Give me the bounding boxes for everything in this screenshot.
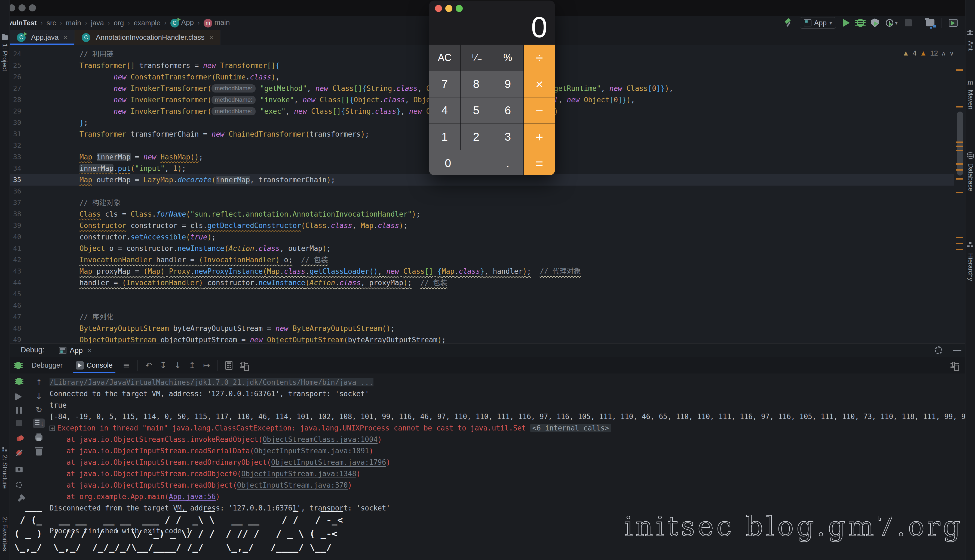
close-icon[interactable]: × [88, 347, 92, 354]
step-out-icon[interactable]: ↥ [188, 360, 195, 370]
resume-icon[interactable] [16, 393, 22, 400]
breadcrumb[interactable]: vulnTest›src›main›java›org›example›CApp›… [8, 16, 230, 30]
warning-stripe-mark[interactable] [956, 163, 963, 165]
calc-button-0[interactable]: 0 [429, 150, 492, 175]
restore-layout-icon[interactable]: ↻ [35, 405, 42, 414]
breadcrumb-item-org[interactable]: org [114, 19, 124, 27]
hierarchy-icon[interactable] [967, 242, 973, 248]
pause-icon[interactable] [16, 407, 22, 413]
calc-button-=[interactable]: = [524, 150, 555, 175]
gear-icon[interactable] [935, 347, 942, 354]
inspections-widget[interactable]: ▲ 4 ▲ 12 ∧ ∨ [902, 49, 954, 57]
calc-zoom-icon[interactable] [456, 5, 463, 12]
show-execution-point-icon[interactable]: ↶ [145, 360, 152, 370]
hide-panel-icon[interactable] [953, 350, 962, 351]
warning-stripe-mark[interactable] [956, 142, 963, 143]
warning-stripe-mark[interactable] [956, 178, 963, 180]
minimize-window-icon[interactable] [18, 4, 26, 12]
sidebar-item-hierarchy[interactable]: Hierarchy [967, 253, 975, 281]
mute-renderers-icon[interactable] [240, 362, 248, 370]
tab-App.java[interactable]: CApp.java× [10, 30, 75, 45]
up-stack-icon[interactable]: ↑ [35, 378, 42, 387]
calc-button-.[interactable]: . [492, 150, 523, 175]
calculator-window[interactable]: 0 AC⁺⁄₋%÷789×456−123+0.= [429, 0, 555, 175]
view-breakpoints-icon[interactable] [17, 437, 22, 442]
sidebar-item-project[interactable]: 1: Project [1, 43, 9, 71]
calc-button-2[interactable]: 2 [460, 124, 492, 150]
error-stripe[interactable] [954, 45, 965, 343]
calc-button-6[interactable]: 6 [492, 97, 523, 123]
terminal-icon[interactable] [949, 19, 958, 27]
tab-debugger[interactable]: Debugger [29, 361, 65, 370]
stop-icon[interactable] [16, 420, 22, 426]
calc-button-3[interactable]: 3 [492, 124, 523, 150]
close-icon[interactable]: × [209, 34, 213, 42]
warning-stripe-mark[interactable] [956, 146, 963, 147]
breadcrumb-item-App[interactable]: CApp [170, 18, 194, 27]
profiler-icon[interactable] [886, 19, 893, 27]
stack-trace-link[interactable]: ObjectInputStream.java:370 [237, 481, 348, 489]
step-into-icon[interactable]: ↓ [174, 360, 181, 370]
thread-dump-icon[interactable] [15, 467, 23, 472]
warning-stripe-mark[interactable] [956, 237, 963, 238]
breadcrumb-item-main[interactable]: mmain [203, 18, 230, 27]
warning-stripe-mark[interactable] [956, 69, 963, 71]
debug-session-tab[interactable]: App × [59, 345, 92, 356]
stack-trace-link[interactable]: ObjectStreamClass.java:1004 [263, 435, 378, 443]
scroll-to-end-icon[interactable] [33, 418, 45, 428]
breadcrumb-item-src[interactable]: src [47, 19, 56, 27]
calc-button-7[interactable]: 7 [429, 71, 460, 97]
run-icon[interactable] [843, 19, 850, 27]
warning-stripe-mark[interactable] [956, 106, 963, 107]
project-structure-icon[interactable] [926, 19, 935, 27]
warning-stripe-mark[interactable] [956, 150, 963, 151]
zoom-window-icon[interactable] [29, 4, 36, 12]
calc-button-−[interactable]: − [524, 97, 555, 123]
clear-all-icon[interactable] [36, 449, 42, 455]
calc-button-9[interactable]: 9 [492, 71, 523, 97]
calc-button-×[interactable]: × [524, 71, 555, 97]
breadcrumb-item-java[interactable]: java [91, 19, 104, 27]
stack-trace-link[interactable]: ObjectInputStream.java:1348 [241, 470, 356, 478]
close-icon[interactable]: × [63, 34, 67, 42]
calc-button-⁺⁄₋[interactable]: ⁺⁄₋ [460, 45, 492, 71]
ant-icon[interactable] [967, 30, 973, 35]
rerun-debug-icon[interactable] [16, 378, 22, 385]
rerun-debug-icon[interactable] [15, 362, 21, 369]
project-folder-icon[interactable] [2, 35, 8, 40]
calc-button-5[interactable]: 5 [460, 97, 492, 123]
menu-icon[interactable]: ≡ [123, 360, 130, 370]
layout-settings-icon[interactable] [950, 362, 959, 370]
warning-stripe-mark[interactable] [956, 243, 963, 244]
breadcrumb-item-example[interactable]: example [133, 19, 160, 27]
sidebar-item-ant[interactable]: Ant [967, 41, 975, 51]
step-over-icon[interactable]: ↧ [160, 360, 167, 370]
sidebar-item-database[interactable]: Database [967, 163, 975, 191]
tab-AnnotationInvocationHandler.class[interactable]: CAnnotationInvocationHandler.class× [75, 30, 220, 45]
calc-minimize-icon[interactable] [445, 5, 452, 12]
database-icon[interactable] [967, 152, 973, 155]
prev-problem-icon[interactable]: ∧ [941, 50, 946, 57]
next-problem-icon[interactable]: ∨ [949, 50, 954, 57]
calc-close-icon[interactable] [435, 5, 442, 12]
tab-console[interactable]: Console [73, 361, 115, 370]
mute-breakpoints-icon[interactable] [16, 450, 22, 455]
settings-icon[interactable] [16, 482, 22, 488]
calc-button-+[interactable]: + [524, 124, 555, 150]
calc-button-1[interactable]: 1 [429, 124, 460, 150]
calc-button-8[interactable]: 8 [460, 71, 492, 97]
print-icon[interactable] [35, 435, 42, 440]
structure-icon[interactable] [2, 446, 7, 452]
warning-stripe-mark[interactable] [956, 249, 963, 250]
breadcrumb-item-main[interactable]: main [66, 19, 81, 27]
build-hammer-icon[interactable] [785, 19, 793, 27]
down-stack-icon[interactable]: ↓ [35, 391, 42, 401]
debug-icon[interactable] [857, 19, 864, 27]
fold-icon[interactable]: + [50, 426, 55, 431]
coverage-icon[interactable] [871, 18, 878, 27]
calc-button-4[interactable]: 4 [429, 97, 460, 123]
editor-scrollbar[interactable] [957, 112, 963, 175]
calc-button-%[interactable]: % [492, 45, 523, 71]
run-config-select[interactable]: App ▾ [800, 17, 836, 28]
sidebar-item-favorites[interactable]: 2: Favorites [1, 517, 9, 551]
